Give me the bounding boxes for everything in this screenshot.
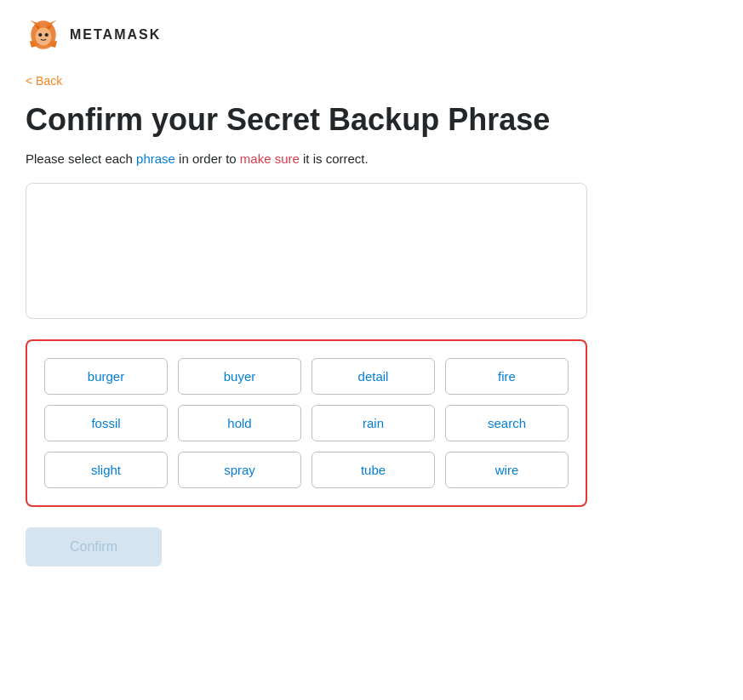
brand-name: METAMASK bbox=[70, 27, 161, 43]
svg-point-12 bbox=[38, 33, 42, 37]
word-button[interactable]: burger bbox=[44, 358, 168, 395]
word-button[interactable]: wire bbox=[445, 452, 569, 488]
subtitle-word2: make sure bbox=[240, 151, 300, 166]
word-button[interactable]: rain bbox=[311, 405, 435, 441]
phrase-display-box bbox=[26, 183, 587, 319]
subtitle-word1: phrase bbox=[136, 151, 175, 166]
metamask-logo-icon bbox=[26, 17, 61, 53]
word-button[interactable]: fire bbox=[445, 358, 569, 395]
subtitle: Please select each phrase in order to ma… bbox=[26, 151, 717, 166]
confirm-button[interactable]: Confirm bbox=[26, 527, 162, 566]
word-grid: burgerbuyerdetailfirefossilholdrainsearc… bbox=[44, 358, 569, 488]
svg-point-9 bbox=[36, 28, 52, 46]
word-button[interactable]: detail bbox=[311, 358, 435, 395]
word-button[interactable]: fossil bbox=[44, 405, 168, 441]
word-button[interactable]: spray bbox=[178, 452, 301, 488]
word-grid-container: burgerbuyerdetailfirefossilholdrainsearc… bbox=[26, 339, 587, 507]
word-button[interactable]: slight bbox=[44, 452, 168, 488]
word-button[interactable]: buyer bbox=[178, 358, 301, 395]
word-button[interactable]: tube bbox=[311, 452, 435, 488]
subtitle-part1: Please select each bbox=[26, 151, 136, 166]
subtitle-part3: it is correct. bbox=[300, 151, 369, 166]
word-button[interactable]: search bbox=[445, 405, 569, 441]
page-title: Confirm your Secret Backup Phrase bbox=[26, 101, 717, 138]
header: METAMASK bbox=[26, 17, 717, 53]
back-link[interactable]: < Back bbox=[26, 74, 62, 88]
word-button[interactable]: hold bbox=[178, 405, 301, 441]
subtitle-part2: in order to bbox=[175, 151, 240, 166]
svg-point-13 bbox=[45, 33, 49, 37]
